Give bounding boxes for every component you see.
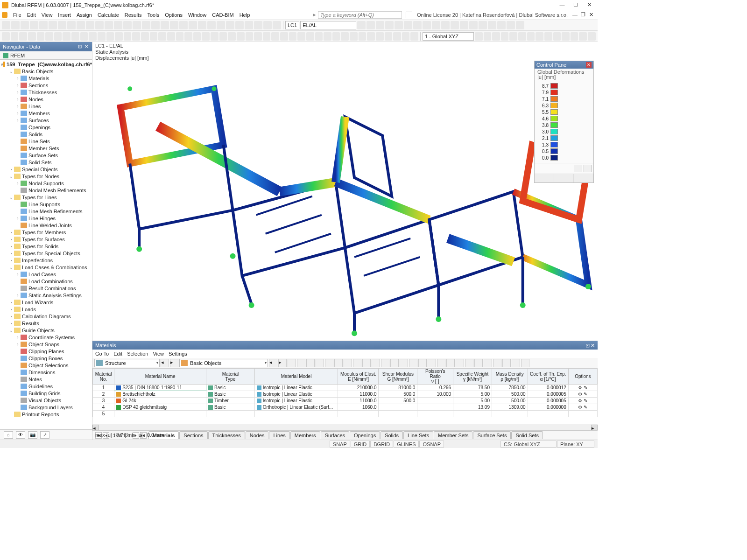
- tree-node[interactable]: ⌄Load Cases & Combinations: [0, 264, 92, 271]
- mat-tab-member-sets[interactable]: Member Sets: [434, 431, 472, 439]
- toolbar-button[interactable]: [39, 21, 48, 29]
- mat-toolbar-button[interactable]: [334, 359, 343, 367]
- cp-tab-1[interactable]: [535, 174, 554, 182]
- tree-node[interactable]: ›Types for Surfaces: [0, 236, 92, 243]
- mat-tb-next2[interactable]: ▸: [278, 359, 287, 367]
- toolbar-button[interactable]: [497, 21, 506, 29]
- tree-node[interactable]: Result Combinations: [0, 285, 92, 292]
- mat-toolbar-button[interactable]: [353, 359, 361, 367]
- toolbar-button[interactable]: [151, 21, 160, 29]
- toolbar-button[interactable]: [54, 32, 62, 41]
- toolbar-button[interactable]: [588, 32, 596, 41]
- minimize-button[interactable]: —: [556, 0, 569, 10]
- mat-tab-solid-sets[interactable]: Solid Sets: [511, 431, 543, 439]
- control-panel-close-icon[interactable]: ✕: [586, 62, 592, 68]
- cp-tab-3[interactable]: [574, 174, 593, 182]
- toolbar-button[interactable]: [150, 32, 158, 41]
- menu-view[interactable]: View: [39, 11, 56, 19]
- toolbar-button[interactable]: [254, 21, 262, 29]
- close-button[interactable]: ✕: [583, 0, 596, 10]
- viewport-canvas[interactable]: Control Panel✕ Global Deformations|u| [m…: [92, 42, 598, 341]
- navigator-root-tab[interactable]: RFEM: [0, 51, 92, 60]
- toolbar-button[interactable]: [516, 21, 524, 29]
- tree-node[interactable]: ›Coordinate Systems: [0, 334, 92, 341]
- toolbar-button[interactable]: [518, 32, 526, 41]
- mat-tab-nodes[interactable]: Nodes: [246, 431, 269, 439]
- menu-file[interactable]: File: [10, 11, 24, 19]
- mat-toolbar-button[interactable]: [418, 359, 427, 367]
- mat-tb-prev2[interactable]: ◂: [269, 359, 277, 367]
- toolbar-button[interactable]: [579, 32, 587, 41]
- toolbar-button[interactable]: [280, 32, 288, 41]
- toolbar-button[interactable]: [562, 32, 570, 41]
- toolbar-button[interactable]: [228, 32, 236, 41]
- toolbar-button[interactable]: [237, 32, 245, 41]
- toolbar-button[interactable]: [105, 21, 113, 29]
- mat-tb-next[interactable]: ▸: [170, 359, 178, 367]
- toolbar-button[interactable]: [263, 21, 272, 29]
- toolbar-button[interactable]: [376, 21, 384, 29]
- mat-toolbar-button[interactable]: [344, 359, 352, 367]
- tree-node[interactable]: ⌄Types for Nodes: [0, 173, 92, 180]
- toolbar-button[interactable]: [179, 21, 188, 29]
- toolbar-button[interactable]: [404, 21, 412, 29]
- nav-action-4[interactable]: ↗: [40, 431, 49, 439]
- tree-node[interactable]: Nodal Mesh Refinements: [0, 187, 92, 194]
- toolbar-button[interactable]: [479, 21, 487, 29]
- toolbar-button[interactable]: [385, 21, 394, 29]
- tree-node[interactable]: ⌄Guide Objects: [0, 327, 92, 334]
- mat-tab-sections[interactable]: Sections: [179, 431, 207, 439]
- mat-toolbar-button[interactable]: [502, 359, 511, 367]
- status-snap[interactable]: SNAP: [330, 441, 350, 448]
- toolbar-button[interactable]: [170, 21, 178, 29]
- tree-node[interactable]: ›Types for Solids: [0, 243, 92, 250]
- toolbar-button[interactable]: [71, 32, 79, 41]
- tree-node[interactable]: ›Materials: [0, 75, 92, 82]
- mat-toolbar-button[interactable]: [446, 359, 455, 367]
- toolbar-button[interactable]: [359, 32, 366, 41]
- mat-toolbar-button[interactable]: [372, 359, 380, 367]
- toolbar-button[interactable]: [95, 21, 104, 29]
- toolbar-button[interactable]: [11, 21, 20, 29]
- mat-tab-thicknesses[interactable]: Thicknesses: [208, 431, 245, 439]
- status-cs[interactable]: CS: Global XYZ: [500, 441, 557, 448]
- cp-action-1[interactable]: [574, 165, 582, 172]
- table-row[interactable]: 1S235 | DIN 18800-1:1990-11BasicIsotropi…: [93, 385, 598, 391]
- toolbar-button[interactable]: [357, 21, 366, 29]
- toolbar-button[interactable]: [254, 32, 262, 41]
- toolbar-button[interactable]: [2, 32, 10, 41]
- tree-node[interactable]: ›Calculation Diagrams: [0, 313, 92, 320]
- tree-node[interactable]: Object Selections: [0, 362, 92, 369]
- toolbar-button[interactable]: [393, 32, 401, 41]
- toolbar-button[interactable]: [324, 32, 331, 41]
- status-glines[interactable]: GLINES: [394, 441, 419, 448]
- materials-hscroll[interactable]: ◂▸: [92, 424, 598, 430]
- tree-node[interactable]: ›Loads: [0, 306, 92, 313]
- tree-node[interactable]: ›Nodes: [0, 96, 92, 103]
- tree-node[interactable]: Building Grids: [0, 390, 92, 397]
- toolbar-button[interactable]: [492, 32, 500, 41]
- toolbar-button[interactable]: [226, 21, 234, 29]
- toolbar-button[interactable]: [451, 21, 459, 29]
- tree-node[interactable]: Surface Sets: [0, 152, 92, 159]
- toolbar-button[interactable]: [19, 32, 27, 41]
- mdi-close-icon[interactable]: ✕: [589, 12, 596, 18]
- tree-node[interactable]: ›Static Analysis Settings: [0, 292, 92, 299]
- mat-toolbar-button[interactable]: [306, 359, 315, 367]
- mat-toolbar-button[interactable]: [325, 359, 333, 367]
- toolbar-button[interactable]: [217, 21, 225, 29]
- tree-node[interactable]: ›Special Objects: [0, 166, 92, 173]
- mat-toolbar-button[interactable]: [512, 359, 520, 367]
- tree-node[interactable]: ›Thicknesses: [0, 89, 92, 96]
- toolbar-button[interactable]: [211, 32, 218, 41]
- tree-node[interactable]: ›Line Hinges: [0, 215, 92, 222]
- mat-toolbar-button[interactable]: [493, 359, 501, 367]
- table-row[interactable]: 4DSP 42 gleichmässigBasicOrthotropic | L…: [93, 404, 598, 411]
- navigator-tree[interactable]: v159_Treppe_(C)www.kolbag.ch.rf6* ⌄Basic…: [0, 60, 92, 429]
- cp-tab-2[interactable]: [554, 174, 574, 182]
- mdi-minimize-icon[interactable]: —: [572, 12, 579, 18]
- tree-node[interactable]: Printout Reports: [0, 411, 92, 418]
- table-row[interactable]: 2BrettschichtholzBasicIsotropic | Linear…: [93, 391, 598, 398]
- tree-node[interactable]: Line Supports: [0, 201, 92, 208]
- toolbar-button[interactable]: [553, 32, 561, 41]
